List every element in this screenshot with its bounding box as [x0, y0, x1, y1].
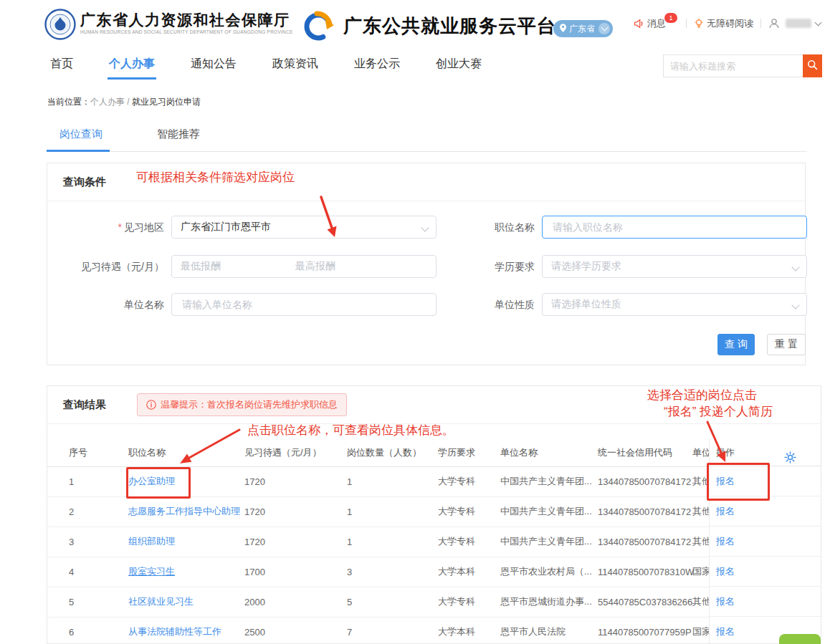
cell-no: 3 [69, 527, 112, 557]
cell-salary: 1720 [244, 466, 330, 496]
cell-count: 3 [347, 557, 427, 587]
action-cell: 报名 [710, 557, 821, 587]
cell-count: 7 [347, 617, 427, 644]
accessibility-button[interactable]: 无障碍阅读 [694, 17, 753, 30]
cell-credit_code: 11440785007078310W [598, 557, 695, 587]
magnifier-icon [807, 59, 818, 72]
region-selector-label: 广东省 [569, 23, 595, 35]
main-nav: 首页个人办事通知公告政策资讯业务公示创业大赛 [49, 47, 516, 81]
messages-label: 消息 [647, 17, 666, 30]
table-row: 5社区就业见习生20005大学专科恩平市恩城街道办事...55440785C03… [47, 587, 821, 617]
apply-link[interactable]: 报名 [716, 626, 735, 637]
cell-salary: 1720 [244, 527, 330, 557]
company-type-field-label: 单位性质 [449, 293, 535, 316]
cell-salary: 1700 [244, 557, 330, 587]
title-search-input[interactable] [663, 54, 803, 77]
divider [760, 19, 761, 28]
user-menu[interactable] [768, 18, 821, 29]
region-select[interactable]: 广东省江门市恩平市 [171, 216, 437, 239]
nav-item-1[interactable]: 个人办事 [108, 47, 156, 81]
department-emblem-logo [44, 9, 76, 43]
annotation-arrow-to-job-title [173, 426, 242, 470]
company-type-select-placeholder: 请选择单位性质 [551, 298, 621, 311]
education-field-label: 学历要求 [449, 255, 535, 278]
cell-title[interactable]: 组织部助理 [128, 527, 242, 557]
region-selector[interactable]: 广东省 [553, 20, 613, 37]
table-row: 3组织部助理17201大学专科中国共产主义青年团...1344078500707… [47, 527, 821, 557]
annotation-apply-tip-line2: “报名” 投递个人简历 [664, 403, 773, 420]
department-name-en: HUMAN RESOURCES AND SOCIAL SECURITY DEPA… [80, 29, 293, 34]
apply-link[interactable]: 报名 [716, 506, 735, 516]
action-cell: 报名 [710, 496, 821, 527]
apply-link[interactable]: 报名 [716, 566, 735, 577]
annotation-job-title-tip: 点击职位名称，可查看岗位具体信息。 [247, 422, 454, 438]
department-name: 广东省人力资源和社会保障厅 [80, 11, 293, 28]
company-input[interactable] [181, 298, 408, 311]
region-field-label: *见习地区 [47, 216, 164, 239]
cell-education: 大学专科 [438, 466, 497, 496]
department-name-block: 广东省人力资源和社会保障厅 HUMAN RESOURCES AND SOCIAL… [80, 11, 293, 34]
region-select-value: 广东省江门市恩平市 [181, 221, 271, 234]
tab-0[interactable]: 岗位查询 [59, 117, 102, 151]
cell-title[interactable]: 志愿服务工作指导中心助理 [128, 496, 242, 527]
cell-education: 大学本科 [438, 557, 497, 587]
location-pin-icon [560, 24, 566, 34]
annotation-apply-tip-line1: 选择合适的岗位点击 [647, 387, 757, 403]
cell-company: 中国共产主义青年团... [500, 527, 595, 557]
floating-assistant-button[interactable] [779, 634, 821, 644]
cell-education: 大学专科 [438, 587, 497, 617]
cell-no: 2 [69, 496, 112, 527]
breadcrumb-parent[interactable]: 个人办事 [90, 97, 125, 107]
company-field-label: 单位名称 [47, 293, 164, 316]
company-input-box [171, 293, 437, 316]
cell-company: 中国共产主义青年团... [500, 466, 595, 496]
nav-item-4[interactable]: 业务公示 [353, 47, 401, 81]
position-input[interactable] [551, 221, 778, 234]
cell-education: 大学专科 [438, 496, 497, 527]
accessibility-label: 无障碍阅读 [707, 17, 753, 30]
position-field-label: 职位名称 [449, 216, 535, 239]
cell-title[interactable]: 从事法院辅助性等工作 [128, 617, 242, 644]
accessibility-lamp-icon [694, 19, 704, 29]
nav-item-3[interactable]: 政策资讯 [271, 47, 320, 81]
messages-badge: 1 [664, 13, 677, 23]
salary-field-label: 见习待遇（元/月） [47, 255, 164, 278]
cell-salary: 2000 [244, 587, 330, 617]
salary-max-input[interactable]: 最高报酬 [295, 260, 335, 273]
region-chevron-icon [599, 23, 610, 34]
user-chevron-icon [815, 19, 822, 26]
cell-credit_code: 134407850070784172 [598, 527, 695, 557]
education-select[interactable]: 请选择学历要求 [542, 255, 807, 278]
cell-title[interactable]: 社区就业见习生 [128, 587, 242, 617]
sub-tabs: 岗位查询智能推荐 [47, 117, 807, 152]
messages-button[interactable]: 消息 1 [634, 17, 679, 30]
header: 广东省人力资源和社会保障厅 HUMAN RESOURCES AND SOCIAL… [0, 0, 825, 47]
tab-1[interactable]: 智能推荐 [157, 117, 200, 151]
divider [686, 19, 687, 28]
cell-salary: 2500 [244, 617, 330, 644]
salary-range-box: 最低报酬 最高报酬 [171, 255, 437, 278]
active-tab-underline [47, 150, 110, 152]
nav-item-2[interactable]: 通知公告 [189, 47, 238, 81]
apply-link[interactable]: 报名 [716, 596, 735, 607]
annotation-arrow-to-apply [699, 419, 731, 469]
company-type-select[interactable]: 请选择单位性质 [542, 293, 807, 316]
reset-button[interactable]: 重 置 [767, 334, 806, 355]
table-row: 4股室实习生17003大学本科恩平市农业农村局（...1144078500707… [47, 557, 821, 587]
search-button[interactable] [803, 54, 822, 77]
platform-title: 广东公共就业服务云平台 [343, 14, 556, 39]
cell-title[interactable]: 股室实习生 [128, 557, 242, 587]
cell-no: 6 [69, 617, 112, 644]
nav-item-0[interactable]: 首页 [49, 47, 75, 81]
apply-link[interactable]: 报名 [716, 536, 735, 547]
nav-item-5[interactable]: 创业大赛 [434, 47, 483, 81]
cell-company: 中国共产主义青年团... [500, 496, 595, 527]
cell-salary: 1720 [244, 496, 330, 527]
salary-min-input[interactable]: 最低报酬 [181, 260, 221, 273]
cell-credit_code: 11440785007077959P [598, 617, 695, 644]
table-row: 2志愿服务工作指导中心助理17201大学专科中国共产主义青年团...134407… [47, 496, 821, 527]
breadcrumb-separator: / [127, 97, 129, 107]
cell-no: 4 [69, 557, 112, 587]
query-button[interactable]: 查 询 [717, 334, 755, 355]
breadcrumb-prefix: 当前位置： [47, 97, 90, 107]
